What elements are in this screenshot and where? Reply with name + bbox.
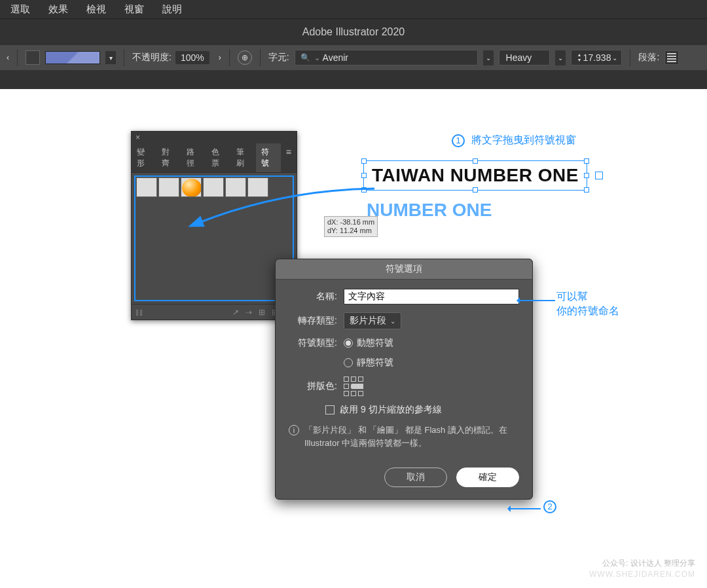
fill-color-swatch[interactable]	[26, 50, 40, 65]
annotation-name-hint: 可以幫 你的符號命名	[556, 289, 619, 319]
opacity-value[interactable]: 100%	[175, 51, 209, 64]
tab-swatches[interactable]: 色票	[206, 143, 231, 172]
control-bar: ‹ ▾ 不透明度: 100% › ⊕ 字元: 🔍 ⌄ Avenir ⌄ Heav…	[0, 45, 707, 71]
radio-icon	[344, 358, 353, 367]
app-title-bar: Adobe Illustrator 2020	[0, 18, 707, 45]
watermark-line1: 公众号: 设计达人 整理分享	[589, 558, 695, 569]
font-family-value: Avenir	[323, 52, 348, 63]
font-weight-value: Heavy	[506, 52, 532, 63]
text-object[interactable]: TAIWAN NUMBER ONE	[363, 160, 587, 191]
annotation-arrow	[517, 300, 555, 301]
export-type-value: 影片片段	[350, 315, 386, 327]
divider	[630, 49, 630, 66]
watermark: 公众号: 设计达人 整理分享 WWW.SHEJIDAREN.COM	[589, 558, 695, 580]
radio-static-symbol[interactable]: 靜態符號	[344, 357, 393, 369]
drag-dy: dY: 11.24 mm	[327, 227, 374, 235]
divider	[260, 49, 261, 66]
font-size-value: 17.938	[583, 52, 611, 63]
menu-window[interactable]: 視窗	[124, 3, 144, 16]
panel-titlebar[interactable]: ×	[132, 132, 297, 143]
text-content: TAIWAN NUMBER ONE	[372, 165, 579, 186]
step-number-icon: 2	[543, 500, 556, 513]
character-label: 字元:	[268, 52, 289, 64]
menu-bar: 選取 效果 檢視 視窗 說明	[0, 0, 707, 18]
divider	[124, 49, 124, 66]
chevron-down-icon: ⌄	[390, 318, 395, 325]
tab-brushes[interactable]: 筆刷	[231, 143, 256, 172]
checkbox-icon	[325, 405, 335, 414]
panel-menu-icon[interactable]: ≡	[281, 143, 297, 172]
library-icon[interactable]: ⫿⫿	[136, 308, 143, 317]
export-type-label: 轉存類型:	[289, 315, 337, 327]
symbol-name-input[interactable]	[344, 289, 519, 304]
registration-label: 拼版色:	[289, 380, 337, 392]
selection-bounding-box: TAIWAN NUMBER ONE	[363, 160, 587, 191]
menu-view[interactable]: 檢視	[86, 3, 106, 16]
divider	[17, 49, 18, 66]
info-icon: i	[289, 425, 299, 435]
chevron-left-icon[interactable]: ‹	[7, 53, 9, 62]
export-type-select[interactable]: 影片片段 ⌄	[344, 312, 401, 329]
annotation-text: 將文字拖曳到符號視窗	[471, 134, 576, 145]
globe-icon[interactable]: ⊕	[238, 50, 252, 65]
out-port-handle[interactable]	[595, 172, 603, 179]
stroke-color-swatch[interactable]	[45, 51, 100, 64]
chevron-right-icon[interactable]: ›	[219, 53, 221, 62]
chevron-down-icon[interactable]: ⌄	[555, 50, 566, 65]
menu-select[interactable]: 選取	[10, 3, 30, 16]
size-stepper[interactable]: ▴▾	[578, 52, 581, 63]
info-note: i 「影片片段」 和 「繪圖」 都是 Flash 讀入的標記。在 Illustr…	[289, 424, 519, 449]
drag-dx: dX: -38.16 mm	[327, 218, 374, 227]
name-label: 名稱:	[289, 291, 337, 303]
chevron-down-icon: ⌄	[612, 54, 617, 62]
break-link-icon[interactable]: ⇢	[245, 308, 252, 317]
annotation-arrow	[508, 508, 541, 509]
tab-transform[interactable]: 變形	[132, 143, 156, 172]
tab-symbols[interactable]: 符號	[256, 143, 281, 172]
font-weight-select[interactable]: Heavy	[499, 50, 550, 65]
radio-dynamic-symbol[interactable]: 動態符號	[344, 337, 393, 349]
menu-help[interactable]: 說明	[162, 3, 182, 16]
watermark-line2: WWW.SHEJIDAREN.COM	[589, 569, 695, 580]
nine-slice-checkbox[interactable]: 啟用 9 切片縮放的參考線	[325, 404, 442, 416]
panel-footer: ⫿⫿ ↗ ⇢ ⊞ ⊞ 🗑	[132, 304, 297, 320]
font-size-input[interactable]: ▴▾ 17.938 ⌄	[571, 50, 623, 65]
app-title: Adobe Illustrator 2020	[302, 26, 405, 38]
panel-tabs: 變形 對齊 路徑 色票 筆刷 符號 ≡	[132, 143, 297, 173]
place-symbol-icon[interactable]: ↗	[232, 308, 239, 317]
close-icon[interactable]: ×	[136, 133, 140, 142]
symbol-thumb[interactable]	[158, 177, 179, 197]
radio-icon	[344, 339, 353, 348]
sub-toolbar-strip	[0, 71, 707, 89]
opacity-control: 不透明度: 100% ›	[132, 51, 221, 64]
symbol-options-dialog: 符號選項 名稱: 轉存類型: 影片片段 ⌄ 符號類型: 動態符號 靜態符號	[275, 259, 533, 500]
tab-align[interactable]: 對齊	[156, 143, 181, 172]
symbol-type-label: 符號類型:	[289, 337, 337, 349]
annotation-step2: 2	[543, 499, 560, 513]
info-text: 「影片片段」 和 「繪圖」 都是 Flash 讀入的標記。在 Illustrat…	[304, 424, 519, 449]
divider	[229, 49, 230, 66]
dialog-title: 符號選項	[276, 259, 532, 280]
ok-button[interactable]: 確定	[456, 468, 519, 487]
annotation-step1: 1 將文字拖曳到符號視窗	[452, 134, 576, 147]
opacity-label: 不透明度:	[132, 52, 172, 64]
symbol-options-icon[interactable]: ⊞	[259, 308, 265, 317]
registration-point-picker[interactable]	[344, 377, 363, 396]
font-family-input[interactable]: 🔍 ⌄ Avenir	[295, 50, 478, 65]
step-number-icon: 1	[452, 134, 465, 147]
menu-effect[interactable]: 效果	[48, 3, 68, 16]
symbol-thumb[interactable]	[136, 177, 157, 197]
drag-delta-tooltip: dX: -38.16 mm dY: 11.24 mm	[324, 216, 378, 237]
chevron-down-icon[interactable]: ⌄	[483, 50, 494, 65]
paragraph-label: 段落:	[638, 52, 659, 64]
cancel-button[interactable]: 取消	[384, 468, 447, 487]
search-icon: 🔍	[300, 53, 310, 62]
tab-path[interactable]: 路徑	[181, 143, 206, 172]
chevron-down-icon: ⌄	[314, 54, 320, 62]
paragraph-align-icon[interactable]	[664, 50, 679, 65]
swatch-dropdown[interactable]: ▾	[105, 51, 116, 64]
